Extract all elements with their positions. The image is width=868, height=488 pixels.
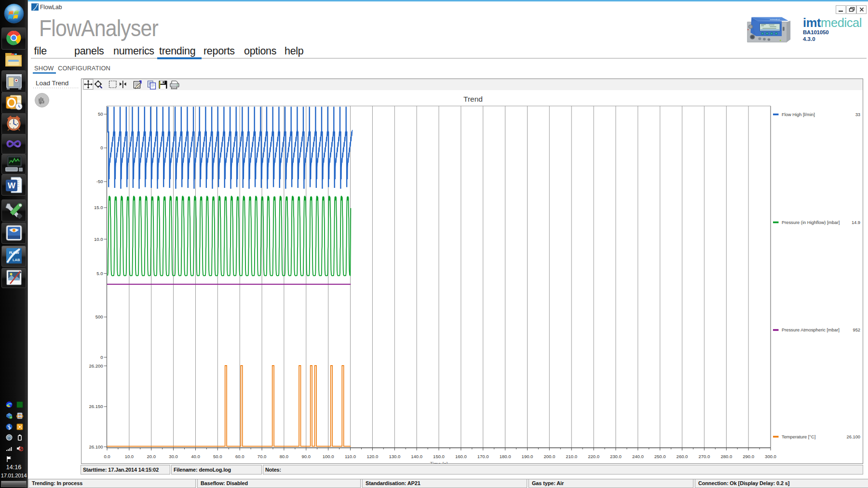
svg-text:26.200: 26.200 <box>89 363 103 369</box>
svg-text:FLOW: FLOW <box>9 251 19 255</box>
svg-text:26.100: 26.100 <box>89 444 103 449</box>
svg-text:280.0: 280.0 <box>720 454 732 459</box>
svg-text:15.0: 15.0 <box>94 205 103 210</box>
svg-text:Temperature [°C]: Temperature [°C] <box>782 435 815 439</box>
svg-text:200.0: 200.0 <box>543 454 555 459</box>
svg-text:Pressure (in Highflow) [mbar]: Pressure (in Highflow) [mbar] <box>782 220 840 225</box>
svg-text:500: 500 <box>95 314 103 319</box>
svg-text:120.0: 120.0 <box>367 454 379 459</box>
svg-text:0: 0 <box>100 355 103 360</box>
svg-text:110.0: 110.0 <box>345 454 356 459</box>
svg-text:Pressure Atmospheric [mbar]: Pressure Atmospheric [mbar] <box>782 328 840 332</box>
svg-text:70.0: 70.0 <box>258 454 267 459</box>
svg-text:5.0: 5.0 <box>96 271 103 276</box>
svg-text:30.0: 30.0 <box>169 454 178 459</box>
svg-text:-50: -50 <box>96 179 103 184</box>
svg-text:90.0: 90.0 <box>302 454 311 459</box>
svg-text:imtmedical: imtmedical <box>770 19 779 21</box>
svg-text:230.0: 230.0 <box>610 454 622 459</box>
svg-text:150.0: 150.0 <box>433 454 445 459</box>
svg-text:10.0: 10.0 <box>125 454 134 459</box>
svg-text:160.0: 160.0 <box>455 454 467 459</box>
svg-text:170.0: 170.0 <box>477 454 489 459</box>
svg-text:300.0: 300.0 <box>765 454 776 459</box>
svg-text:210.0: 210.0 <box>566 454 577 459</box>
svg-text:240.0: 240.0 <box>632 454 644 459</box>
svg-text:180.0: 180.0 <box>500 454 511 459</box>
svg-text:Trend: Trend <box>463 95 483 103</box>
svg-text:260.0: 260.0 <box>677 454 688 459</box>
svg-text:LAB: LAB <box>13 258 20 262</box>
svg-text:140.0: 140.0 <box>411 454 422 459</box>
svg-text:33: 33 <box>855 112 860 117</box>
svg-text:100.0: 100.0 <box>323 454 334 459</box>
svg-text:220.0: 220.0 <box>588 454 599 459</box>
svg-text:26.150: 26.150 <box>89 404 103 409</box>
svg-text:0: 0 <box>100 145 103 150</box>
svg-text:80.0: 80.0 <box>280 454 289 459</box>
svg-text:130.0: 130.0 <box>389 454 400 459</box>
svg-text:10.0: 10.0 <box>94 237 103 242</box>
svg-text:20.0: 20.0 <box>147 454 156 459</box>
svg-text:60.0: 60.0 <box>235 454 244 459</box>
svg-text:W: W <box>8 181 16 190</box>
svg-text:Flow High [l/min]: Flow High [l/min] <box>782 112 815 117</box>
svg-text:250.0: 250.0 <box>654 454 666 459</box>
svg-text:Time [s]: Time [s] <box>430 461 448 464</box>
svg-text:190.0: 190.0 <box>522 454 533 459</box>
svg-text:50: 50 <box>98 111 103 117</box>
svg-text:0.0: 0.0 <box>104 454 110 459</box>
svg-text:50.0: 50.0 <box>213 454 222 459</box>
svg-text:270.0: 270.0 <box>699 454 710 459</box>
svg-text:952: 952 <box>853 328 860 332</box>
svg-text:290.0: 290.0 <box>743 454 754 459</box>
svg-text:14.9: 14.9 <box>852 220 860 225</box>
svg-text:26.100: 26.100 <box>847 435 860 439</box>
svg-text:40.0: 40.0 <box>191 454 200 459</box>
